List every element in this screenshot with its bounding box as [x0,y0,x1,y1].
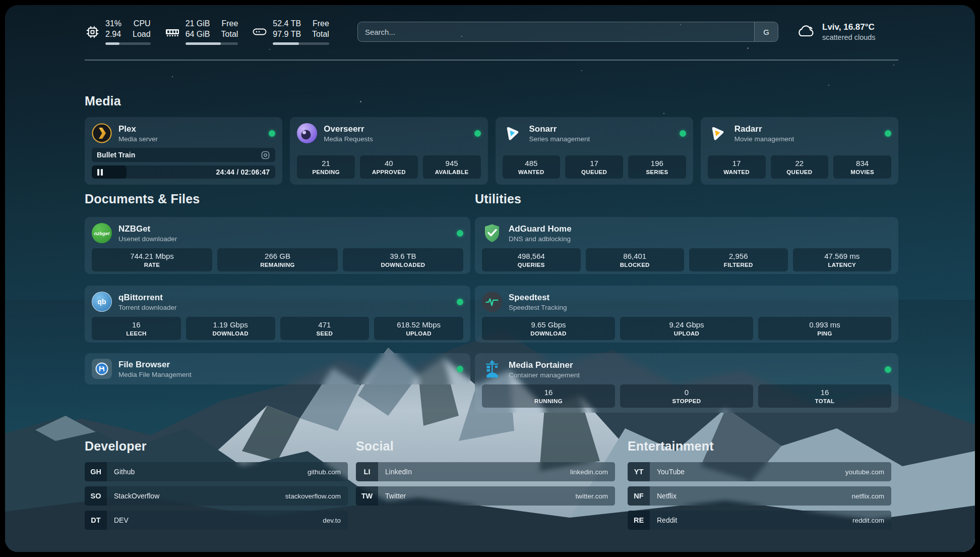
cpu-usage-label: CPU [134,19,151,29]
app-name: File Browser [118,360,192,370]
playback-progress-bar[interactable]: 24:44 / 02:06:47 [92,165,275,179]
media-cards-row: Plex Media server Bullet Train 24:44 / 0… [85,117,898,181]
app-subtitle: Speedtest Tracking [509,304,567,311]
link-stackoverflow[interactable]: SO StackOverflow stackoverflow.com [85,486,348,506]
search-bar: G [357,22,778,42]
header-divider [85,60,898,61]
link-name: Netflix [657,492,677,500]
status-dot-online [457,366,463,372]
portainer-icon [482,359,502,379]
disk-progress-bar [273,42,329,45]
section-heading-utilities: Utilities [475,192,521,206]
link-url: stackoverflow.com [285,492,341,500]
speedtest-card[interactable]: Speedtest Speedtest Tracking 9.65 GbpsDO… [475,286,898,343]
stat-movies: 834MOVIES [833,155,891,179]
stat-filtered: 2,956FILTERED [689,248,788,271]
section-heading-media: Media [85,94,121,108]
status-dot-online [457,230,463,237]
link-twitter[interactable]: TW Twitter twitter.com [356,486,615,506]
entertainment-links: YT YouTube youtube.com NF Netflix netfli… [628,462,891,530]
dashboard-window: 31% CPU 2.94 Load [5,5,975,552]
section-heading-developer: Developer [85,439,147,454]
cloud-icon [795,23,816,40]
stat-wanted: 17WANTED [708,155,766,179]
stat-leech: 16LEECH [92,317,181,340]
link-url: linkedin.com [570,468,608,476]
ram-icon [165,25,180,38]
ram-stat: 21 GiB Free 64 GiB Total [165,19,238,45]
stat-latency: 47.569 msLATENCY [793,248,892,271]
app-subtitle: Media File Management [118,371,192,378]
overseerr-card[interactable]: Overseerr Media Requests 21PENDING 40APP… [290,117,487,185]
app-subtitle: Torrent downloader [118,304,177,311]
weather-location-temp: Lviv, 16.87°C [822,22,876,32]
status-dot-online [680,130,686,137]
link-linkedin[interactable]: LI LinkedIn linkedin.com [356,462,615,481]
link-name: DEV [114,516,129,524]
link-abbr: SO [85,486,107,506]
portainer-card[interactable]: Media Portainer Container management 16R… [475,353,898,413]
ram-progress-bar [186,42,238,45]
filebrowser-card[interactable]: File Browser Media File Management [85,353,470,384]
status-dot-online [269,130,275,137]
stat-wanted: 485WANTED [503,155,561,179]
status-dot-online [474,130,481,137]
adguard-icon [482,223,502,243]
nzbget-icon: nzbget [92,223,112,243]
sonarr-icon [503,123,523,143]
link-abbr: GH [85,462,107,481]
now-playing-bar: Bullet Train [92,148,275,162]
nzbget-card[interactable]: nzbget NZBGet Usenet downloader 744.21 M… [85,217,470,274]
adguard-card[interactable]: AdGuard Home DNS and adblocking 498,564Q… [475,217,898,274]
search-input[interactable] [358,22,754,41]
status-dot-online [885,130,891,137]
link-abbr: YT [628,462,650,481]
link-abbr: NF [628,486,650,506]
stat-total: 16TOTAL [758,384,891,408]
stat-running: 16RUNNING [482,384,615,408]
link-netflix[interactable]: NF Netflix netflix.com [628,486,891,506]
sonarr-card[interactable]: Sonarr Series management 485WANTED 17QUE… [496,117,693,185]
stat-blocked: 86,401BLOCKED [586,248,685,271]
stat-approved: 40APPROVED [360,155,418,179]
search-engine-button[interactable]: G [754,22,778,41]
link-youtube[interactable]: YT YouTube youtube.com [628,462,891,481]
link-url: dev.to [323,517,341,524]
qbittorrent-card[interactable]: qb qBittorrent Torrent downloader 16LEEC… [85,286,470,343]
top-bar: 31% CPU 2.94 Load [85,18,898,45]
app-name: NZBGet [118,224,177,234]
section-heading-documents: Documents & Files [85,192,200,206]
app-name: Plex [118,124,158,134]
cpu-usage-value: 31% [105,19,121,29]
app-name: AdGuard Home [509,224,572,234]
pause-icon[interactable] [97,169,103,176]
link-reddit[interactable]: RE Reddit reddit.com [628,511,891,530]
status-dot-online [885,366,891,373]
cpu-icon [85,25,100,39]
app-subtitle: Media server [118,135,158,143]
radarr-card[interactable]: Radarr Movie management 17WANTED 22QUEUE… [701,117,898,185]
now-playing-title: Bullet Train [97,151,135,159]
link-url: reddit.com [852,517,884,524]
link-abbr: TW [356,486,378,506]
link-url: twitter.com [575,492,608,500]
cpu-load-label: Load [133,29,151,40]
app-subtitle: DNS and adblocking [509,235,572,243]
link-name: Reddit [657,516,677,524]
status-dot-online [457,299,463,305]
stat-remaining: 266 GBREMAINING [217,248,338,271]
developer-links: GH Github github.com SO StackOverflow st… [85,462,348,530]
link-abbr: LI [356,462,378,481]
stat-download: 1.19 GbpsDOWNLOAD [186,317,275,340]
link-github[interactable]: GH Github github.com [85,462,348,481]
plex-icon [92,123,112,143]
link-dev-to[interactable]: DT DEV dev.to [85,511,348,530]
link-name: Github [114,468,135,476]
plex-card[interactable]: Plex Media server Bullet Train 24:44 / 0… [85,117,282,185]
app-subtitle: Container management [509,371,580,379]
stat-queued: 22QUEUED [771,155,829,179]
radarr-icon [708,123,728,143]
ram-free-value: 21 GiB [186,19,210,29]
playback-settings-icon[interactable] [261,150,270,160]
app-name: Media Portainer [509,360,580,370]
